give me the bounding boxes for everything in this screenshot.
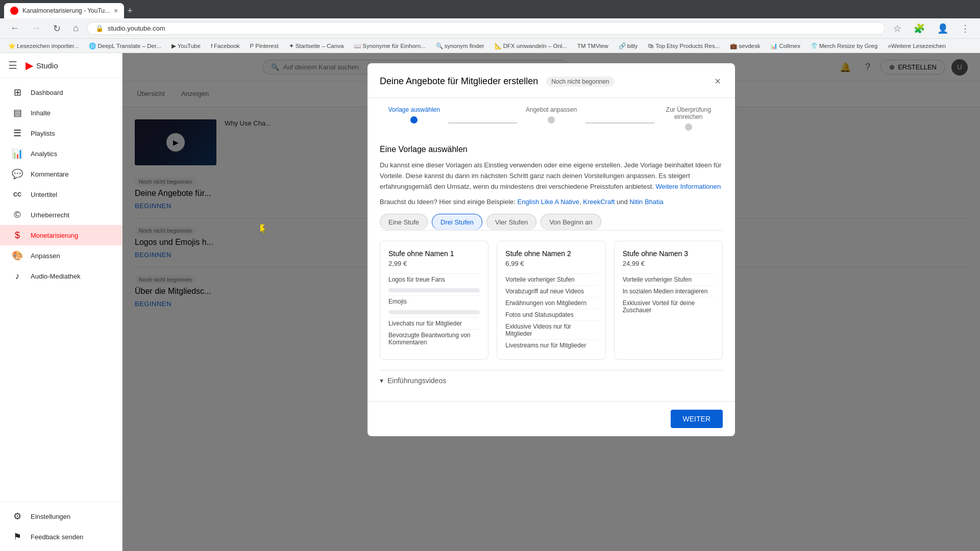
tier-2-feature-4: Fotos und Statusupdates [505,309,597,320]
bookmark-deepl[interactable]: 🌐 DeepL Translate – Der... [85,41,165,51]
bookmark-bitly[interactable]: 🔗 bitly [615,41,642,51]
step-label-3: Zur Überprüfung einreichen [654,106,723,120]
bookmark-merch[interactable]: 👕 Merch Resize by Greg [806,41,881,51]
tier-1-name: Stufe ohne Namen 1 [388,249,480,258]
bookmark-sevdesk[interactable]: 💼 sevdesk [726,41,764,51]
tier-1-placeholder-2 [388,310,480,314]
tier-3-feature-2: In sozialen Medien interagieren [623,285,714,297]
dialog-body: Eine Vorlage auswählen Du kannst eine di… [368,135,735,401]
tier-card-2: Stufe ohne Namen 2 6,99 € Vorteile vorhe… [497,241,605,360]
urheberrecht-icon: © [12,210,22,220]
einstellungen-icon: ⚙ [12,511,22,521]
tab-bar: Kanalmonetar­isierung - YouTu... × + [4,0,135,18]
playlists-icon: ☰ [12,128,22,138]
new-tab-button[interactable]: + [125,4,135,18]
bookmark-dfx[interactable]: 📐 DFX umwandeln – Onl... [491,41,571,51]
tab-drei-stufen[interactable]: Drei Stufen [432,214,482,230]
tab-eine-stufe[interactable]: Eine Stufe [380,214,428,230]
bookmark-more[interactable]: »Weitere Lesezeichen [884,42,950,50]
step-label-2: Angebot anpassen [526,106,577,113]
sidebar-item-audio[interactable]: ♪ Audio-Mediathek [0,266,122,286]
bookmark-canva[interactable]: ✦ Startseite – Canva [285,41,348,51]
step-dot-3 [685,123,692,131]
bookmark-synonym[interactable]: 🔍 synonym finder [432,41,488,51]
bookmark-youtube[interactable]: ▶ YouTube [167,41,205,51]
home-button[interactable]: ⌂ [69,21,83,36]
stepper-step-1: Vorlage auswählen [380,106,448,123]
tier-1-price: 2,99 € [388,260,480,267]
step-dot-2 [548,116,555,123]
einfuhrungsvideos-row[interactable]: ▾ Einführungsvideos [380,370,723,391]
tier-1-feature-1: Logos für treue Fans [388,273,480,285]
dialog-close-button[interactable]: × [713,73,723,89]
hamburger-icon[interactable]: ☰ [8,59,17,71]
app-layout: ☰ ▶ Studio ⊞ Dashboard ▤ Inhalte ☰ Playl… [0,53,980,551]
tier-card-3: Stufe ohne Namen 3 24,99 € Vorteile vorh… [614,241,723,360]
extensions-button[interactable]: 🧩 [910,21,929,36]
address-bar[interactable]: 🔒 studio.youtube.com [87,22,885,35]
more-info-link[interactable]: Weitere Informationen [656,183,721,190]
sidebar-item-inhalte[interactable]: ▤ Inhalte [0,103,122,123]
forward-button[interactable]: → [28,21,45,36]
bookmark-etsy[interactable]: 🛍 Top Etsy Products Res... [644,42,724,50]
analytics-icon: 📊 [12,148,22,159]
tier-2-feature-5: Exklusive Videos nur für Mitglieder [505,320,597,339]
stepper-step-3: Zur Überprüfung einreichen [654,106,723,131]
sidebar-label-monetarisierung: Monetarisierung [31,232,78,239]
bookmark-tmview[interactable]: TM TMView [573,42,612,50]
sidebar-item-urheberrecht[interactable]: © Urheberrecht [0,205,122,225]
bookmark-button[interactable]: ☆ [889,21,905,36]
studio-label: Studio [36,61,58,70]
feedback-icon: ⚑ [12,532,22,542]
stepper-step-2: Angebot anpassen [517,106,585,123]
reload-button[interactable]: ↻ [49,21,65,36]
example-link-2[interactable]: KreekCraft [583,198,615,206]
sidebar-label-audio: Audio-Mediathek [31,272,81,280]
sidebar-label-kommentare: Kommentare [31,170,68,178]
chevron-down-icon: ▾ [380,377,383,385]
tier-2-feature-1: Vorteile vorheriger Stufen [505,273,597,285]
menu-button[interactable]: ⋮ [957,21,974,36]
dialog-examples: Brauchst du Ideen? Hier sind einige Beis… [380,198,723,206]
profile-button[interactable]: 👤 [933,21,952,36]
sidebar-label-playlists: Playlists [31,130,55,137]
tab-vier-stufen[interactable]: Vier Stufen [486,214,536,230]
sidebar-logo: ▶ Studio [26,59,58,71]
bookmark-pinterest[interactable]: P Pinterest [246,42,283,50]
tier-2-feature-3: Erwähnungen von Mitgliedern [505,297,597,309]
example-link-3[interactable]: Nitin Bhatia [629,198,663,206]
active-tab[interactable]: Kanalmonetar­isierung - YouTu... × [4,3,124,18]
sidebar-header: ☰ ▶ Studio [0,53,122,78]
back-button[interactable]: ← [6,21,23,36]
tab-close-icon[interactable]: × [114,7,118,15]
sidebar-item-playlists[interactable]: ☰ Playlists [0,123,122,143]
step-line-2 [585,122,654,123]
einfuhrungsvideos-label: Einführungsvideos [387,377,446,385]
sidebar-item-untertitel[interactable]: CC Untertitel [0,184,122,205]
example-link-1[interactable]: English Like A Native [518,198,579,206]
sidebar-item-dashboard[interactable]: ⊞ Dashboard [0,82,122,103]
browser-chrome: Kanalmonetar­isierung - YouTu... × + [0,0,980,18]
bookmark-lesezeichen[interactable]: ⭐ Lesezeichen importier... [4,41,83,51]
tier-3-feature-3: Exklusiver Vorteil für deine Zuschauer [623,297,714,316]
bookmark-facebook[interactable]: f Facebook [207,42,244,50]
tier-2-feature-2: Vorabzugriff auf neue Videos [505,285,597,297]
bookmark-collmex[interactable]: 📊 Collmex [766,41,804,51]
sidebar-item-anpassen[interactable]: 🎨 Anpassen [0,245,122,266]
weiter-button[interactable]: WEITER [671,410,723,428]
overlay: Deine Angebote für Mitglieder erstellen … [122,53,980,551]
kommentare-icon: 💬 [12,169,22,179]
sidebar-item-analytics[interactable]: 📊 Analytics [0,143,122,164]
sidebar-item-feedback[interactable]: ⚑ Feedback senden [0,527,122,547]
sidebar-item-kommentare[interactable]: 💬 Kommentare [0,164,122,184]
tier-3-name: Stufe ohne Namen 3 [623,249,714,258]
dialog-description: Du kannst eine dieser Vorlagen als Einst… [380,160,723,192]
tier-2-name: Stufe ohne Namen 2 [505,249,597,258]
sidebar-item-einstellungen[interactable]: ⚙ Einstellungen [0,506,122,527]
tab-von-beginn[interactable]: Von Beginn an [541,214,601,230]
tier-cards: Stufe ohne Namen 1 2,99 € Logos für treu… [380,241,723,360]
sidebar-item-monetarisierung[interactable]: $ Monetarisierung [0,225,122,245]
tier-card-1: Stufe ohne Namen 1 2,99 € Logos für treu… [380,241,488,360]
bookmark-synonyme[interactable]: 📖 Synonyme für Einhorn... [350,41,429,51]
sidebar-label-feedback: Feedback senden [31,533,83,541]
